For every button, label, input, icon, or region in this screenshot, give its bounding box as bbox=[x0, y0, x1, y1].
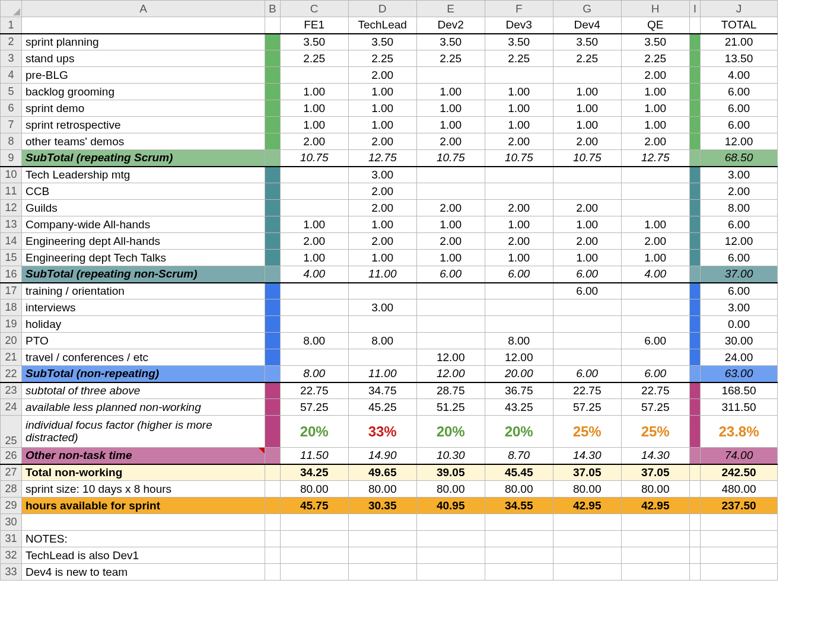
cell[interactable]: NOTES: bbox=[22, 531, 265, 547]
cell[interactable] bbox=[416, 283, 485, 299]
cell[interactable] bbox=[621, 299, 689, 316]
cell[interactable]: available less planned non-working bbox=[22, 399, 265, 416]
cell[interactable]: 63.00 bbox=[700, 366, 777, 382]
cell[interactable]: 45.45 bbox=[485, 464, 553, 481]
cell[interactable]: 12.00 bbox=[416, 349, 485, 366]
cell[interactable]: 4.00 bbox=[700, 67, 777, 84]
cell[interactable]: 2.00 bbox=[553, 200, 621, 216]
cell[interactable]: 6.00 bbox=[485, 266, 553, 283]
cell[interactable] bbox=[416, 531, 485, 547]
cell[interactable] bbox=[280, 200, 348, 216]
cell[interactable] bbox=[348, 349, 416, 366]
cell[interactable] bbox=[553, 547, 621, 564]
cell[interactable] bbox=[416, 514, 485, 531]
cell[interactable]: Engineering dept Tech Talks bbox=[22, 250, 265, 266]
cell[interactable]: 3.50 bbox=[553, 34, 621, 50]
cell[interactable] bbox=[485, 514, 553, 531]
cell[interactable]: 30.35 bbox=[348, 498, 416, 514]
cell[interactable]: 1.00 bbox=[416, 117, 485, 133]
cell[interactable] bbox=[621, 547, 689, 564]
cell[interactable]: 1.00 bbox=[416, 250, 485, 266]
cell[interactable] bbox=[416, 316, 485, 333]
cell[interactable]: Total non-working bbox=[22, 464, 265, 481]
row-header[interactable]: 13 bbox=[1, 216, 22, 233]
row-header[interactable]: 11 bbox=[1, 183, 22, 200]
cell[interactable] bbox=[280, 167, 348, 183]
cell[interactable]: 6.00 bbox=[553, 266, 621, 283]
row-header[interactable]: 9 bbox=[1, 150, 22, 167]
row-header[interactable]: 26 bbox=[1, 448, 22, 464]
cell[interactable]: 23.8% bbox=[700, 416, 777, 448]
cell[interactable]: 1.00 bbox=[621, 100, 689, 117]
row-header[interactable]: 21 bbox=[1, 349, 22, 366]
cell[interactable]: 2.25 bbox=[280, 50, 348, 67]
cell[interactable] bbox=[22, 514, 265, 531]
cell[interactable] bbox=[280, 316, 348, 333]
cell[interactable] bbox=[265, 564, 281, 581]
cell[interactable] bbox=[553, 564, 621, 581]
cell[interactable]: 80.00 bbox=[280, 481, 348, 498]
cell[interactable]: 14.90 bbox=[348, 448, 416, 464]
col-header-D[interactable]: D bbox=[348, 1, 416, 17]
cell[interactable] bbox=[416, 167, 485, 183]
comment-indicator-icon[interactable] bbox=[259, 448, 265, 454]
row-header[interactable]: 7 bbox=[1, 117, 22, 133]
col-header-F[interactable]: F bbox=[485, 1, 553, 17]
cell[interactable]: 1.00 bbox=[416, 216, 485, 233]
cell[interactable]: 30.00 bbox=[700, 333, 777, 349]
cell[interactable] bbox=[22, 17, 265, 34]
cell[interactable]: 480.00 bbox=[700, 481, 777, 498]
cell[interactable]: 12.00 bbox=[700, 133, 777, 150]
cell[interactable]: 34.55 bbox=[485, 498, 553, 514]
cell[interactable]: 22.75 bbox=[621, 382, 689, 399]
row-header[interactable]: 33 bbox=[1, 564, 22, 581]
row-header[interactable]: 29 bbox=[1, 498, 22, 514]
cell[interactable]: 1.00 bbox=[416, 84, 485, 100]
cell[interactable]: Dev2 bbox=[416, 17, 485, 34]
cell[interactable]: 1.00 bbox=[485, 117, 553, 133]
row-header[interactable]: 10 bbox=[1, 167, 22, 183]
cell[interactable]: 12.00 bbox=[700, 233, 777, 250]
cell[interactable]: 11.00 bbox=[348, 266, 416, 283]
cell[interactable] bbox=[485, 316, 553, 333]
cell[interactable] bbox=[700, 531, 777, 547]
col-header-B[interactable]: B bbox=[265, 1, 281, 17]
cell[interactable] bbox=[280, 531, 348, 547]
cell[interactable]: 80.00 bbox=[348, 481, 416, 498]
cell[interactable]: 74.00 bbox=[700, 448, 777, 464]
cell[interactable]: 2.00 bbox=[416, 200, 485, 216]
cell[interactable]: 3.50 bbox=[280, 34, 348, 50]
cell[interactable]: 1.00 bbox=[621, 84, 689, 100]
row-header[interactable]: 31 bbox=[1, 531, 22, 547]
row-header[interactable]: 27 bbox=[1, 464, 22, 481]
cell[interactable] bbox=[621, 167, 689, 183]
cell[interactable]: 8.00 bbox=[485, 333, 553, 349]
cell[interactable]: 80.00 bbox=[416, 481, 485, 498]
cell[interactable]: 6.00 bbox=[700, 283, 777, 299]
cell[interactable]: 2.00 bbox=[280, 133, 348, 150]
cell[interactable]: 33% bbox=[348, 416, 416, 448]
cell[interactable] bbox=[348, 514, 416, 531]
cell[interactable]: Dev4 is new to team bbox=[22, 564, 265, 581]
cell[interactable] bbox=[265, 547, 281, 564]
cell[interactable] bbox=[621, 183, 689, 200]
cell[interactable]: 37.05 bbox=[553, 464, 621, 481]
cell[interactable]: 80.00 bbox=[485, 481, 553, 498]
cell[interactable]: hours available for sprint bbox=[22, 498, 265, 514]
cell[interactable]: sprint demo bbox=[22, 100, 265, 117]
cell[interactable]: 6.00 bbox=[621, 333, 689, 349]
cell[interactable]: 12.00 bbox=[485, 349, 553, 366]
row-header[interactable]: 23 bbox=[1, 382, 22, 399]
cell[interactable]: 2.00 bbox=[553, 133, 621, 150]
cell[interactable]: QE bbox=[621, 17, 689, 34]
cell[interactable]: 1.00 bbox=[348, 117, 416, 133]
cell[interactable]: 34.75 bbox=[348, 382, 416, 399]
cell[interactable]: 8.00 bbox=[280, 366, 348, 382]
cell[interactable] bbox=[689, 464, 700, 481]
row-header[interactable]: 19 bbox=[1, 316, 22, 333]
col-header-C[interactable]: C bbox=[280, 1, 348, 17]
row-header[interactable]: 18 bbox=[1, 299, 22, 316]
cell[interactable] bbox=[621, 283, 689, 299]
cell[interactable]: 36.75 bbox=[485, 382, 553, 399]
row-header[interactable]: 2 bbox=[1, 34, 22, 50]
